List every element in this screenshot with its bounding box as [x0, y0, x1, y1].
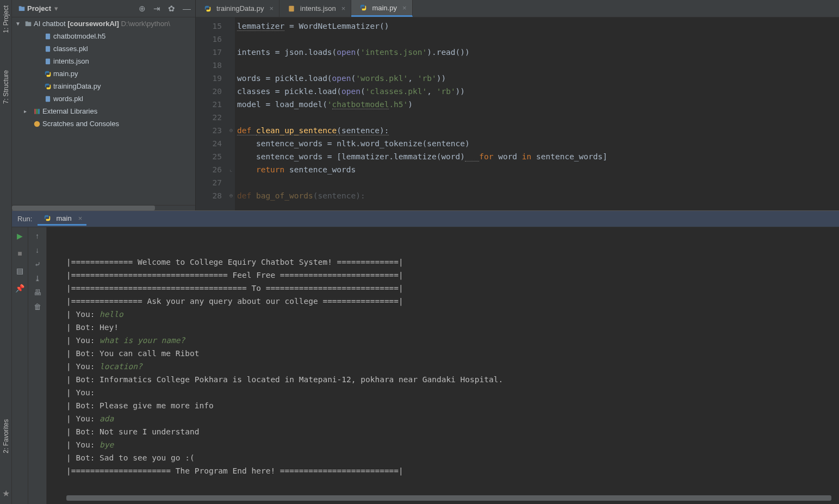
up-icon[interactable]: ↑: [35, 232, 39, 240]
scratches-label: Scratches and Consoles: [42, 120, 119, 128]
run-tab-label: main: [56, 214, 71, 222]
editor-tabs: trainingData.py×intents.json×main.py×: [196, 0, 839, 17]
console-h-scrollbar[interactable]: [66, 495, 831, 501]
editor-area: trainingData.py×intents.json×main.py× 15…: [196, 0, 839, 210]
external-libraries-label: External Libraries: [42, 107, 97, 115]
project-sidebar: Project ▾ ⊕ ⇥ ✿ — ▼ AI chatbot [coursewo…: [12, 0, 196, 210]
stop-icon[interactable]: ■: [17, 249, 22, 258]
rerun-icon[interactable]: ▶: [17, 232, 23, 240]
editor-tab[interactable]: main.py×: [351, 0, 412, 17]
svg-rect-9: [36, 109, 38, 114]
tree-root[interactable]: ▼ AI chatbot [courseworkAI] D:\work\pyth…: [12, 17, 195, 30]
run-header: Run: main ×: [12, 211, 839, 227]
root-path: D:\work\python\: [121, 20, 170, 28]
run-label: Run:: [17, 215, 32, 223]
tree-file[interactable]: main.py: [12, 67, 195, 80]
layout-icon[interactable]: ▤: [16, 266, 23, 275]
svg-rect-10: [38, 109, 39, 114]
svg-rect-5: [46, 46, 50, 52]
project-tree[interactable]: ▼ AI chatbot [courseworkAI] D:\work\pyth…: [12, 17, 195, 205]
python-file-icon: [42, 83, 53, 90]
file-icon: [42, 58, 53, 65]
editor-tab-label: main.py: [372, 4, 397, 12]
left-tool-strip: 1: Project 7: Structure 2: Favorites ★: [0, 0, 12, 504]
settings-icon[interactable]: ✿: [168, 4, 175, 14]
softwrap-icon[interactable]: ⤶: [34, 260, 41, 269]
tree-file-label: words.pkl: [53, 95, 83, 103]
tree-file-label: main.py: [53, 70, 78, 78]
svg-rect-12: [289, 5, 294, 11]
root-bold: [courseworkAI]: [67, 20, 119, 28]
tree-file-label: classes.pkl: [53, 45, 88, 53]
run-tool-window: Run: main × ▶ ■ ▤ 📌 ↑ ↓ ⤶ ⤓ 🖶: [12, 210, 839, 504]
file-icon: [42, 33, 53, 40]
library-icon: [32, 108, 42, 115]
code-editor[interactable]: 1516171819202122232425262728 ⊖ ⌞ ⊖ lemma…: [196, 17, 839, 210]
scratches-consoles[interactable]: Scratches and Consoles: [12, 117, 195, 130]
file-icon: [42, 95, 53, 103]
close-icon[interactable]: ×: [341, 4, 346, 13]
star-icon: ★: [2, 488, 10, 499]
python-file-icon: [42, 70, 53, 78]
scratches-icon: [32, 120, 42, 128]
run-toolbar-left: ▶ ■ ▤ 📌: [12, 227, 28, 504]
editor-gutter: 1516171819202122232425262728: [196, 17, 227, 210]
editor-tab[interactable]: intents.json×: [279, 0, 351, 17]
svg-rect-3: [26, 21, 28, 22]
scrollbar-thumb[interactable]: [12, 206, 155, 210]
close-icon[interactable]: ×: [402, 4, 407, 12]
console-output[interactable]: |============= Welcome to College Equiry…: [47, 227, 839, 504]
svg-rect-1: [19, 6, 22, 7]
close-icon[interactable]: ×: [269, 4, 274, 13]
project-dropdown-icon[interactable]: ▾: [54, 4, 58, 13]
editor-tab-label: intents.json: [300, 4, 336, 13]
project-h-scrollbar[interactable]: [12, 205, 195, 210]
tree-file-label: intents.json: [53, 57, 89, 65]
run-tab[interactable]: main ×: [38, 213, 86, 226]
python-file-icon: [358, 4, 369, 11]
external-libraries[interactable]: ▸ External Libraries: [12, 105, 195, 117]
python-file-icon: [202, 5, 213, 13]
scroll-end-icon[interactable]: ⤓: [34, 274, 41, 283]
tab-structure-vertical[interactable]: 7: Structure: [2, 68, 10, 106]
project-sidebar-header: Project ▾ ⊕ ⇥ ✿ —: [12, 0, 195, 17]
file-icon: [42, 45, 53, 53]
tree-file[interactable]: chatbotmodel.h5: [12, 30, 195, 42]
svg-rect-8: [34, 109, 35, 114]
tree-file[interactable]: trainingData.py: [12, 80, 195, 92]
project-label: Project: [27, 4, 51, 13]
tree-file[interactable]: words.pkl: [12, 92, 195, 105]
svg-rect-4: [46, 33, 50, 39]
run-tab-close-icon[interactable]: ×: [78, 214, 83, 222]
run-toolbar-secondary: ↑ ↓ ⤶ ⤓ 🖶 🗑: [28, 227, 47, 504]
editor-tab[interactable]: trainingData.py×: [196, 0, 279, 17]
tab-favorites-vertical[interactable]: 2: Favorites: [2, 417, 10, 456]
tree-file[interactable]: classes.pkl: [12, 42, 195, 55]
down-icon[interactable]: ↓: [35, 246, 39, 254]
tree-file[interactable]: intents.json: [12, 55, 195, 67]
editor-tab-label: trainingData.py: [216, 4, 264, 13]
svg-rect-7: [46, 96, 50, 102]
tree-file-label: trainingData.py: [53, 82, 101, 90]
svg-rect-6: [46, 58, 50, 64]
fold-column[interactable]: ⊖ ⌞ ⊖: [227, 17, 235, 210]
tree-file-label: chatbotmodel.h5: [53, 32, 105, 40]
print-icon[interactable]: 🖶: [34, 288, 41, 297]
trash-icon[interactable]: 🗑: [34, 302, 41, 311]
pin-icon[interactable]: 📌: [15, 284, 24, 293]
svg-point-11: [34, 121, 40, 127]
tab-project-vertical[interactable]: 1: Project: [2, 3, 10, 35]
code-content[interactable]: lemmatizer = WordNetLemmatizer() intents…: [235, 17, 839, 210]
root-name: AI chatbot: [34, 20, 66, 28]
folder-icon: [23, 20, 34, 28]
project-icon: [16, 5, 27, 13]
locate-icon[interactable]: ⊕: [139, 4, 146, 14]
python-file-icon: [42, 214, 53, 222]
hide-icon[interactable]: —: [183, 4, 191, 14]
expand-icon[interactable]: ⇥: [153, 4, 160, 14]
json-file-icon: [286, 5, 297, 13]
